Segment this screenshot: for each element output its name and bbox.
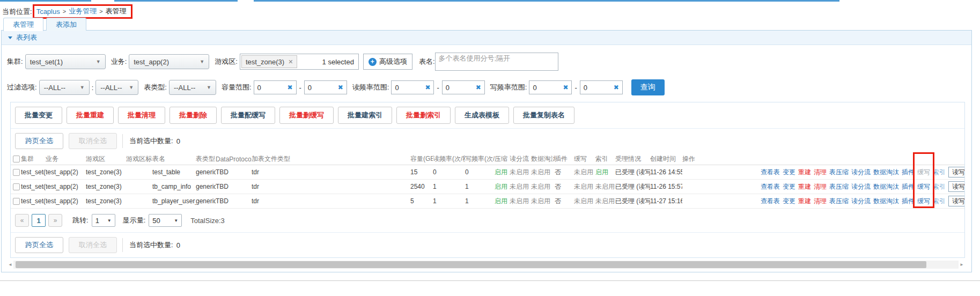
write-from-input[interactable]: 0 ✖	[529, 80, 572, 94]
batch-rebuild-button[interactable]: 批量重建	[67, 107, 114, 124]
filter-area: 集群: test_set(1) ▼ 业务: test_app(2) ▼ 游戏区:…	[2, 45, 971, 100]
op-plugin-link[interactable]: 插件	[902, 197, 915, 206]
read-from-input[interactable]: 0 ✖	[391, 80, 434, 94]
query-button[interactable]: 查询	[631, 79, 665, 95]
op-plugin-link[interactable]: 插件	[902, 182, 915, 191]
op-view-table-link[interactable]: 查看表	[761, 168, 780, 177]
op-compress-link[interactable]: 表压缩	[829, 168, 849, 177]
clear-icon[interactable]: ✖	[614, 84, 619, 91]
op-change-link[interactable]: 变更	[783, 168, 795, 177]
op-change-link[interactable]: 变更	[783, 182, 795, 191]
op-cache-write-link[interactable]: 缓写	[917, 182, 930, 191]
op-clean-link[interactable]: 清理	[814, 197, 827, 206]
batch-copy-name-button[interactable]: 批量复制表名	[513, 107, 574, 124]
op-data-evict-link[interactable]: 数据淘汰	[873, 182, 899, 191]
write-to-input[interactable]: 0 ✖	[580, 80, 623, 94]
op-cache-write-link[interactable]: 缓写	[917, 197, 930, 206]
cell-zone: test_zone(3)	[86, 183, 126, 190]
select-all-pages-button[interactable]: 跨页全选	[15, 237, 63, 253]
cell-app: test_app(2)	[46, 197, 86, 205]
op-index-link[interactable]: 索引	[933, 197, 946, 206]
batch-remove-cache-button[interactable]: 批量删缓写	[279, 107, 334, 124]
op-plugin-link[interactable]: 插件	[902, 168, 915, 177]
op-data-evict-link[interactable]: 数据淘汰	[873, 168, 899, 177]
scrollbar-thumb[interactable]	[16, 261, 926, 268]
breadcrumb-link-tcaplus[interactable]: Tcaplus	[36, 8, 60, 16]
op-readwrite-select[interactable]: 读写	[948, 196, 965, 206]
op-compress-link[interactable]: 表压缩	[829, 197, 849, 206]
section-header-table-list[interactable]: 表列表	[2, 31, 971, 45]
select-all-checkbox[interactable]	[13, 156, 20, 162]
row-checkbox[interactable]	[13, 198, 20, 205]
op-view-table-link[interactable]: 查看表	[761, 197, 780, 206]
table-name-input[interactable]: 多个表名使用分号;隔开	[435, 53, 558, 71]
op-index-link[interactable]: 索引	[933, 168, 946, 177]
cluster-select[interactable]: test_set(1) ▼	[25, 54, 106, 69]
jump-select[interactable]: 1 ▼	[92, 214, 115, 227]
cancel-selection-button[interactable]: 取消全选	[69, 133, 117, 149]
op-read-split-link[interactable]: 读分流	[851, 197, 871, 206]
zone-multiselect[interactable]: test_zone(3) ✕ 1 selected	[240, 54, 359, 70]
op-cache-write-link[interactable]: 缓写	[917, 168, 930, 177]
cell-file-type: tdr	[252, 183, 410, 190]
zone-chip: test_zone(3) ✕	[241, 55, 297, 68]
op-clean-link[interactable]: 清理	[814, 168, 827, 177]
row-checkbox[interactable]	[13, 169, 20, 176]
op-rebuild-link[interactable]: 重建	[798, 197, 811, 206]
advanced-options-button[interactable]: + 高级选项	[363, 54, 412, 70]
op-view-table-link[interactable]: 查看表	[761, 182, 780, 191]
cell-read-freq: 1	[433, 183, 465, 190]
op-clean-link[interactable]: 清理	[814, 182, 827, 191]
selection-bar-bottom: 跨页全选 取消全选 当前选中数量: 0	[11, 233, 964, 257]
op-data-evict-link[interactable]: 数据淘汰	[873, 197, 899, 206]
next-page-button[interactable]: »	[48, 214, 62, 227]
batch-clean-button[interactable]: 批量清理	[118, 107, 165, 124]
clear-icon[interactable]: ✖	[563, 84, 568, 91]
select-all-pages-button[interactable]: 跨页全选	[15, 133, 63, 149]
batch-remove-index-button[interactable]: 批量删索引	[396, 107, 451, 124]
batch-config-cache-button[interactable]: 批量配缓写	[221, 107, 275, 124]
tab-table-add[interactable]: 表添加	[46, 18, 86, 31]
clear-icon[interactable]: ✖	[338, 84, 343, 91]
page-size-select[interactable]: 50 ▼	[149, 214, 182, 227]
clear-icon[interactable]: ✖	[476, 84, 481, 91]
capacity-from-input[interactable]: 0 ✖	[254, 80, 297, 94]
scroll-left-icon[interactable]: ◄	[7, 262, 13, 267]
clear-icon[interactable]: ✖	[425, 84, 430, 91]
selected-count: 当前选中数量: 0	[122, 238, 180, 252]
filter-option-select-2[interactable]: --ALL-- ▼	[95, 80, 138, 95]
breadcrumb-link-business-mgmt[interactable]: 业务管理	[69, 6, 97, 16]
batch-delete-button[interactable]: 批量删除	[170, 107, 217, 124]
current-page-button[interactable]: 1	[32, 214, 46, 227]
cell-file-type: tdr	[252, 197, 410, 205]
tab-table-management[interactable]: 表管理	[3, 18, 43, 31]
row-checkbox[interactable]	[13, 183, 20, 190]
op-rebuild-link[interactable]: 重建	[798, 168, 811, 177]
op-change-link[interactable]: 变更	[783, 197, 795, 206]
capacity-to-input[interactable]: 0 ✖	[304, 80, 347, 94]
app-select[interactable]: test_app(2) ▼	[129, 54, 209, 69]
scrollbar-track[interactable]	[13, 261, 959, 269]
collapse-caret-icon	[8, 36, 12, 39]
op-compress-link[interactable]: 表压缩	[829, 182, 849, 191]
op-index-link[interactable]: 索引	[933, 182, 946, 191]
zone-chip-close-icon[interactable]: ✕	[288, 58, 293, 65]
batch-create-index-button[interactable]: 批量建索引	[338, 107, 392, 124]
batch-button-row: 批量变更 批量重建 批量清理 批量删除 批量配缓写 批量删缓写 批量建索引 批量…	[11, 102, 964, 129]
generate-template-button[interactable]: 生成表模板	[455, 107, 509, 124]
batch-change-button[interactable]: 批量变更	[15, 107, 62, 124]
op-read-split-link[interactable]: 读分流	[851, 182, 871, 191]
clear-icon[interactable]: ✖	[287, 84, 292, 91]
filter-option-select-1[interactable]: --ALL-- ▼	[39, 80, 90, 95]
chevron-down-icon: ▼	[80, 85, 85, 90]
page-size-value: 50	[152, 217, 160, 225]
table-type-select[interactable]: --ALL-- ▼	[169, 80, 216, 95]
op-readwrite-select[interactable]: 读写	[948, 167, 965, 177]
op-rebuild-link[interactable]: 重建	[798, 182, 811, 191]
prev-page-button[interactable]: «	[15, 214, 29, 227]
op-read-split-link[interactable]: 读分流	[851, 168, 871, 177]
cancel-selection-button[interactable]: 取消全选	[69, 237, 117, 253]
scroll-right-icon[interactable]: ►	[959, 262, 965, 267]
op-readwrite-select[interactable]: 读写	[948, 181, 965, 192]
read-to-input[interactable]: 0 ✖	[442, 80, 485, 94]
